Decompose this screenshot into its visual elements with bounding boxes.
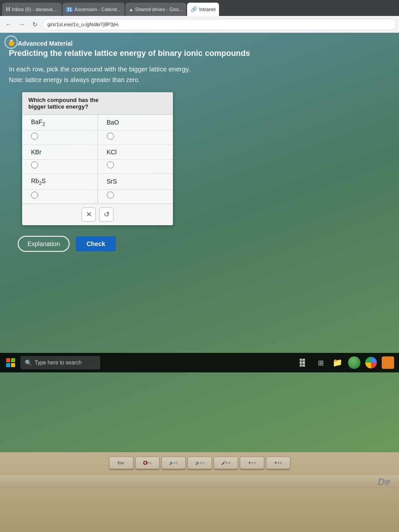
orange-rect-icon: [382, 356, 394, 369]
laptop-bottom: Esc 🔇 F1 🔉 F2 🔊 F3 🎤 F4: [0, 452, 399, 532]
undo-button[interactable]: ↺: [99, 207, 113, 222]
folder-symbol: 📁: [332, 358, 342, 368]
radio-cell-kbr: [22, 159, 98, 173]
radio-kbr[interactable]: [31, 161, 38, 168]
table-row: BaF2 BaO: [22, 115, 173, 130]
key-f6[interactable]: ☀ F6: [266, 457, 290, 469]
tab-calendar-label: Ascension - Calend...: [74, 7, 121, 12]
inner-nav-bar: ← → ↻ gi/x/1sl.exe/1o_u-lgNslkr7j8P3jH-: [0, 16, 399, 33]
compound-kbr: KBr: [22, 145, 98, 159]
note-text: Note: lattice energy is always greater t…: [9, 76, 390, 83]
radio-bao[interactable]: [107, 133, 114, 140]
table-row-radio-3: [22, 189, 173, 203]
table-row: Rb2S SrS: [22, 173, 173, 189]
key-bright-up-icon: ☀: [274, 461, 278, 465]
page-container: M Inbox (6) - danasia.... 31 Ascension -…: [0, 0, 399, 532]
bottom-buttons: Explanation Check: [9, 236, 390, 252]
table-row-radio-1: [22, 130, 173, 145]
key-bright-down-icon: ☀: [248, 461, 251, 465]
compound-baf2: BaF2: [22, 115, 98, 130]
radio-cell-srs: [98, 189, 173, 203]
dell-logo: De: [378, 476, 390, 488]
quiz-header-text: Which compound has thebigger lattice ene…: [28, 97, 98, 110]
quiz-table: BaF2 BaO KBr KCl: [22, 115, 173, 203]
keyboard-area: Esc 🔇 F1 🔉 F2 🔊 F3 🎤 F4: [0, 452, 399, 475]
tab-gmail-label: Inbox (6) - danasia....: [12, 7, 58, 12]
radio-cell-baf2: [22, 130, 98, 145]
key-f5[interactable]: ☀ F5: [240, 457, 264, 469]
advanced-material-header: Advanced Material: [9, 40, 390, 47]
windows-start-button[interactable]: [4, 356, 18, 370]
table-row-radio-2: [22, 159, 173, 173]
windows-logo-icon: [6, 358, 15, 367]
screen-area: M Inbox (6) - danasia.... 31 Ascension -…: [0, 0, 399, 452]
address-text: gi/x/1sl.exe/1o_u-lgNslkr7j8P3jH-: [47, 22, 119, 27]
compound-bao: BaO: [98, 115, 173, 130]
key-f3[interactable]: 🔊 F3: [188, 457, 212, 469]
check-button[interactable]: Check: [76, 236, 116, 251]
green-circle-icon: [348, 356, 360, 369]
taskbar-orange-icon[interactable]: [380, 355, 395, 370]
taskbar: 🔍 Type here to search: [0, 353, 399, 372]
taskbar-folder-icon[interactable]: 📁: [330, 355, 345, 370]
drive-icon: ▲: [129, 7, 133, 12]
instruction-text: In each row, pick the compound with the …: [9, 65, 390, 73]
win-logo-blue: [6, 363, 10, 367]
radio-rb2s[interactable]: [31, 192, 38, 199]
win-logo-green: [11, 358, 15, 362]
task-view-symbol: ⊞: [318, 359, 324, 367]
compound-srs: SrS: [98, 173, 173, 189]
key-mic-icon: 🎤: [221, 461, 226, 465]
tab-intranet[interactable]: 🔗 Intranet: [187, 3, 219, 16]
windows-search-bar[interactable]: 🔍 Type here to search: [20, 356, 100, 369]
quiz-header: Which compound has thebigger lattice ene…: [22, 92, 173, 115]
forward-button[interactable]: →: [16, 19, 27, 30]
tab-drive-label: Shared drives - Goo...: [135, 7, 183, 12]
key-f4[interactable]: 🎤 F4: [214, 457, 238, 469]
tab-intranet-label: Intranet: [199, 7, 215, 12]
key-esc[interactable]: Esc: [109, 457, 133, 469]
fn-key-row: Esc 🔇 F1 🔉 F2 🔊 F3 🎤 F4: [9, 457, 390, 469]
radio-cell-bao: [98, 130, 173, 145]
tab-drive[interactable]: ▲ Shared drives - Goo...: [125, 3, 187, 16]
search-icon: 🔍: [25, 360, 32, 366]
radio-kcl[interactable]: [107, 161, 114, 168]
win-logo-yellow: [11, 363, 15, 367]
clear-button[interactable]: ✕: [82, 207, 96, 222]
back-button[interactable]: ←: [3, 19, 14, 30]
address-bar[interactable]: gi/x/1sl.exe/1o_u-lgNslkr7j8P3jH-: [43, 19, 396, 30]
gmail-icon: M: [6, 6, 10, 12]
search-placeholder-text: Type here to search: [35, 360, 82, 366]
taskbar-view-icon[interactable]: [296, 355, 311, 370]
action-row: ✕ ↺: [22, 203, 173, 225]
table-row: KBr KCl: [22, 145, 173, 159]
inner-browser-tabs: M Inbox (6) - danasia.... 31 Ascension -…: [0, 0, 399, 16]
taskbar-google-icon[interactable]: [364, 355, 379, 370]
section-label: Advanced Material: [18, 40, 73, 47]
radio-baf2[interactable]: [31, 133, 38, 140]
calendar-icon: 31: [66, 7, 73, 12]
key-vol-down-icon: 🔉: [169, 461, 174, 465]
refresh-button[interactable]: ↻: [29, 19, 41, 30]
radio-srs[interactable]: [107, 192, 114, 199]
taskbar-task-view-icon[interactable]: ⊞: [313, 355, 328, 370]
google-circle-icon: [365, 357, 377, 368]
compound-kcl: KCl: [98, 145, 173, 159]
taskbar-chrome-icon[interactable]: [347, 355, 362, 370]
laptop-bezel-bottom: De: [0, 475, 399, 489]
quiz-card: Which compound has thebigger lattice ene…: [22, 92, 173, 225]
radio-cell-rb2s: [22, 189, 98, 203]
tab-calendar[interactable]: 31 Ascension - Calend...: [63, 3, 125, 16]
collapse-button[interactable]: ⌃: [4, 35, 18, 49]
tab-gmail[interactable]: M Inbox (6) - danasia....: [2, 3, 62, 16]
grid-icon: [300, 359, 308, 367]
radio-cell-kcl: [98, 159, 173, 173]
page-title: Predicting the relative lattice energy o…: [9, 49, 390, 58]
key-f2[interactable]: 🔉 F2: [161, 457, 186, 469]
intranet-icon: 🔗: [191, 6, 197, 12]
key-f1[interactable]: 🔇 F1: [135, 457, 160, 469]
taskbar-icons: ⊞ 📁: [296, 355, 395, 370]
explanation-button[interactable]: Explanation: [18, 236, 70, 252]
compound-rb2s: Rb2S: [22, 173, 98, 189]
key-mute-icon: 🔇: [143, 461, 148, 465]
